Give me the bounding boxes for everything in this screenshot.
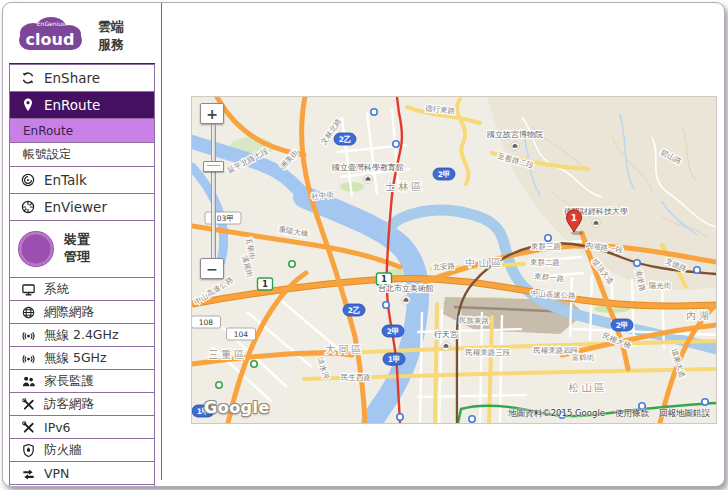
map-label: 大同區 bbox=[326, 344, 365, 355]
map-label: 國立故宮博物院 bbox=[487, 130, 543, 139]
transit-station-icon bbox=[289, 261, 295, 267]
svg-text:2甲: 2甲 bbox=[616, 321, 629, 330]
sidebar-item-label: 家長監護 bbox=[44, 373, 94, 390]
tools-icon bbox=[19, 397, 37, 412]
poi-icon bbox=[442, 342, 450, 350]
map-label: 行天宮 bbox=[433, 330, 458, 339]
map-label: 民權東路三段 bbox=[466, 348, 511, 357]
map-label: 台北市立美術館 bbox=[378, 284, 434, 293]
transit-station-icon bbox=[702, 399, 708, 405]
svg-text:1: 1 bbox=[262, 280, 268, 289]
svg-text:2乙: 2乙 bbox=[339, 135, 352, 144]
sidebar-item-guest-network[interactable]: 訪客網路 bbox=[9, 392, 155, 416]
shield-icon bbox=[19, 443, 37, 458]
sidebar-item-label: 無線 2.4GHz bbox=[44, 327, 119, 344]
sidebar-item-label: EnViewer bbox=[44, 199, 107, 215]
map-copyright: 地圖資料©2015 Google bbox=[508, 408, 605, 420]
sidebar-item-label: EnShare bbox=[44, 70, 100, 86]
sidebar: EnGenius cloud 雲端 服務 EnShare EnRoute EnR… bbox=[9, 7, 155, 487]
sidebar-item-firewall[interactable]: 防火牆 bbox=[9, 438, 155, 462]
sidebar-item-label: 無線 5GHz bbox=[44, 350, 107, 367]
sidebar-item-entalk[interactable]: EnTalk bbox=[9, 166, 155, 194]
map-label: 北安路 bbox=[432, 261, 455, 272]
transit-station-icon bbox=[397, 414, 403, 420]
arrows-exchange-icon bbox=[19, 466, 37, 481]
sidebar-item-label: 帳號設定 bbox=[23, 146, 71, 163]
app-window: EnGenius cloud 雲端 服務 EnShare EnRoute EnR… bbox=[2, 2, 725, 487]
sidebar-subitem-account-settings[interactable]: 帳號設定 bbox=[9, 142, 155, 167]
sidebar-item-enroute[interactable]: EnRoute bbox=[9, 91, 155, 119]
sidebar-item-wireless-24[interactable]: 無線 2.4GHz bbox=[9, 323, 155, 347]
sidebar-item-label: IPv6 bbox=[44, 420, 71, 435]
poi-icon bbox=[402, 296, 410, 304]
brand-logo[interactable]: EnGenius cloud 雲端 服務 bbox=[9, 7, 155, 65]
svg-text:104: 104 bbox=[234, 330, 249, 339]
zoom-in-button[interactable]: + bbox=[200, 103, 224, 124]
talk-icon bbox=[19, 172, 37, 188]
sidebar-item-vpn[interactable]: VPN bbox=[9, 461, 155, 485]
tools-icon bbox=[19, 420, 37, 435]
marker-label: 1 bbox=[571, 213, 577, 223]
brand-tagline: 雲端 服務 bbox=[98, 18, 124, 53]
sidebar-item-usb[interactable]: USB 埠 bbox=[9, 484, 155, 487]
sidebar-item-label: 訪客網路 bbox=[44, 396, 94, 413]
globe-icon bbox=[19, 305, 37, 320]
highway-shield: 2乙 bbox=[334, 133, 356, 145]
sidebar-item-wireless-5[interactable]: 無線 5GHz bbox=[9, 346, 155, 370]
sidebar-item-label: VPN bbox=[44, 466, 69, 481]
svg-text:1: 1 bbox=[381, 275, 387, 284]
svg-text:2乙: 2乙 bbox=[348, 306, 361, 315]
terms-link[interactable]: 使用條款 bbox=[615, 408, 649, 420]
aperture-icon bbox=[19, 199, 37, 215]
zoom-slider-track[interactable] bbox=[211, 124, 216, 260]
sidebar-item-enshare[interactable]: EnShare bbox=[9, 64, 155, 92]
map-canvas[interactable]: 2乙2甲2乙2甲1甲1甲2甲103甲10810411延平北路七段洲美街文林北路德… bbox=[191, 96, 717, 424]
map-label: 三重區 bbox=[209, 349, 248, 360]
highway-shield: 1 bbox=[258, 278, 273, 290]
map-label: 民生西路 bbox=[341, 373, 371, 382]
device-management-header[interactable]: 裝置 管理 bbox=[9, 220, 155, 278]
map-label: 中山區 bbox=[466, 257, 505, 268]
sidebar-item-label: 防火牆 bbox=[44, 442, 82, 459]
sidebar-divider bbox=[161, 3, 162, 480]
transit-station-icon bbox=[469, 416, 475, 422]
cloud-logo-icon: EnGenius cloud bbox=[11, 15, 91, 57]
transit-station-icon bbox=[545, 235, 551, 241]
zoom-slider-handle[interactable] bbox=[203, 161, 224, 172]
zoom-control: + − bbox=[200, 103, 228, 283]
transit-station-icon bbox=[383, 302, 389, 308]
map-label: 內湖 bbox=[686, 310, 712, 321]
sidebar-item-enviewer[interactable]: EnViewer bbox=[9, 193, 155, 221]
sidebar-item-system[interactable]: 系統 bbox=[9, 277, 155, 301]
device-circle-icon bbox=[18, 231, 54, 267]
people-icon bbox=[19, 374, 37, 389]
highway-shield: 2甲 bbox=[433, 168, 455, 180]
sidebar-item-ipv6[interactable]: IPv6 bbox=[9, 415, 155, 439]
map-attribution: 地圖資料©2015 Google 使用條款 回報地圖錯誤 bbox=[508, 408, 710, 420]
brand-top-label: EnGenius bbox=[37, 20, 65, 27]
transit-station-icon bbox=[393, 141, 399, 147]
brand-label: cloud bbox=[26, 30, 75, 49]
sidebar-item-label: 系統 bbox=[44, 281, 69, 298]
svg-text:2甲: 2甲 bbox=[387, 327, 400, 336]
map-label: 東群三路 bbox=[531, 242, 561, 251]
poi-icon bbox=[511, 142, 519, 150]
report-error-link[interactable]: 回報地圖錯誤 bbox=[659, 408, 710, 420]
map-label: 富錦街 bbox=[572, 353, 595, 362]
svg-text:108: 108 bbox=[199, 318, 214, 327]
sidebar-item-label: EnRoute bbox=[23, 124, 73, 138]
sidebar-item-internet[interactable]: 網際網路 bbox=[9, 300, 155, 324]
map-label: 東群二路 bbox=[530, 258, 560, 267]
highway-shield: 2甲 bbox=[382, 325, 404, 337]
transit-station-icon bbox=[216, 382, 222, 388]
device-section-label: 裝置 管理 bbox=[64, 232, 90, 266]
svg-text:2甲: 2甲 bbox=[438, 170, 451, 179]
transit-station-icon bbox=[634, 260, 640, 266]
zoom-out-button[interactable]: − bbox=[200, 258, 224, 279]
google-logo[interactable]: Google bbox=[204, 398, 270, 417]
sidebar-subitem-enroute[interactable]: EnRoute bbox=[9, 118, 155, 143]
map-label: 國立臺灣科學教育館 bbox=[332, 163, 404, 172]
map-label: 陽光街 bbox=[649, 281, 672, 290]
map-svg[interactable]: 2乙2甲2乙2甲1甲1甲2甲103甲10810411延平北路七段洲美街文林北路德… bbox=[192, 97, 716, 423]
sidebar-item-parental-control[interactable]: 家長監護 bbox=[9, 369, 155, 393]
